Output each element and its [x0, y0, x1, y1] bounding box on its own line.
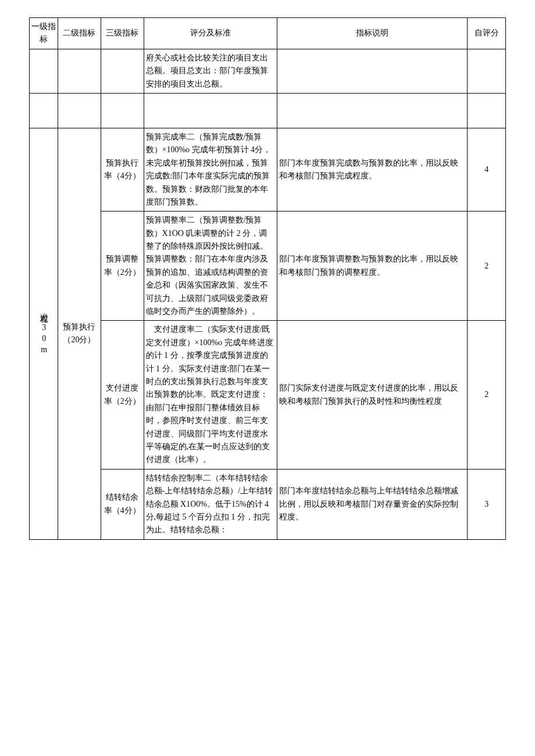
level2-cell: 预算执行（20分）: [58, 128, 101, 539]
row3-criteria: 结转结余控制率二（本年结转结余总额-上年结转结余总额）/上年结转结余总额 X1O…: [144, 469, 277, 539]
row3-score: 3: [468, 469, 506, 539]
carryover-row: 府关心或社会比较关注的项目支出总额。项目总支出：部门年度预算安排的项目支出总额。: [30, 49, 506, 93]
evaluation-table: 一级指标 二级指标 三级指标 评分及标准 指标说明 自评分 府关心或社会比较关注…: [29, 17, 506, 540]
row1-level3: 预算调整率（2分）: [101, 212, 144, 321]
header-col6: 自评分: [468, 18, 506, 49]
row-0: 过程(30m 预算执行（20分） 预算执行率（4分） 预算完成率二（预算完成数/…: [30, 128, 506, 211]
row0-level3: 预算执行率（4分）: [101, 128, 144, 211]
row2-score: 2: [468, 321, 506, 469]
row0-desc: 部门本年度预算完成数与预算数的比率，用以反映和考核部门预算完成程度。: [277, 128, 468, 211]
row1-criteria: 预算调整率二（预算调整数/预算数）X1OO 叽未调整的计 2 分，调整了的除特殊…: [144, 212, 277, 321]
header-row: 一级指标 二级指标 三级指标 评分及标准 指标说明 自评分: [30, 18, 506, 49]
row0-score: 4: [468, 128, 506, 211]
carryover-criteria: 府关心或社会比较关注的项目支出总额。项目总支出：部门年度预算安排的项目支出总额。: [144, 49, 277, 93]
row3-desc: 部门本年度结转结余总额与上年结转结余总额增减比例，用以反映和考核部门对存量资金的…: [277, 469, 468, 539]
row-2: 支付进度率（2分） 支付进度率二（实际支付进度/既定支付进度）×100%o 完成…: [30, 321, 506, 469]
row0-criteria: 预算完成率二（预算完成数/预算数）×100%o 完成年初预算计 4分，未完成年初…: [144, 128, 277, 211]
row2-level3: 支付进度率（2分）: [101, 321, 144, 469]
carryover-c2: [58, 49, 101, 93]
row-1: 预算调整率（2分） 预算调整率二（预算调整数/预算数）X1OO 叽未调整的计 2…: [30, 212, 506, 321]
carryover-c3: [101, 49, 144, 93]
header-col1: 一级指标: [30, 18, 58, 49]
spacer-row: [30, 93, 506, 128]
row2-desc: 部门实际支付进度与既定支付进度的比率，用以反映和考核部门预算执行的及时性和均衡性…: [277, 321, 468, 469]
header-col4: 评分及标准: [144, 18, 277, 49]
carryover-c1: [30, 49, 58, 93]
level1-cell: 过程(30m: [30, 128, 58, 539]
header-col5: 指标说明: [277, 18, 468, 49]
row3-level3: 结转结余率（4分）: [101, 469, 144, 539]
row-3: 结转结余率（4分） 结转结余控制率二（本年结转结余总额-上年结转结余总额）/上年…: [30, 469, 506, 539]
header-col3: 三级指标: [101, 18, 144, 49]
carryover-score: [468, 49, 506, 93]
header-col2: 二级指标: [58, 18, 101, 49]
row1-score: 2: [468, 212, 506, 321]
row1-desc: 部门本年度预算调整数与预算数的比率，用以反映和考核部门预算的调整程度。: [277, 212, 468, 321]
row2-criteria: 支付进度率二（实际支付进度/既定支付进度）×100%o 完成年终进度的计 1 分…: [144, 321, 277, 469]
carryover-desc: [277, 49, 468, 93]
level1-label: 过程(30m: [37, 307, 50, 356]
